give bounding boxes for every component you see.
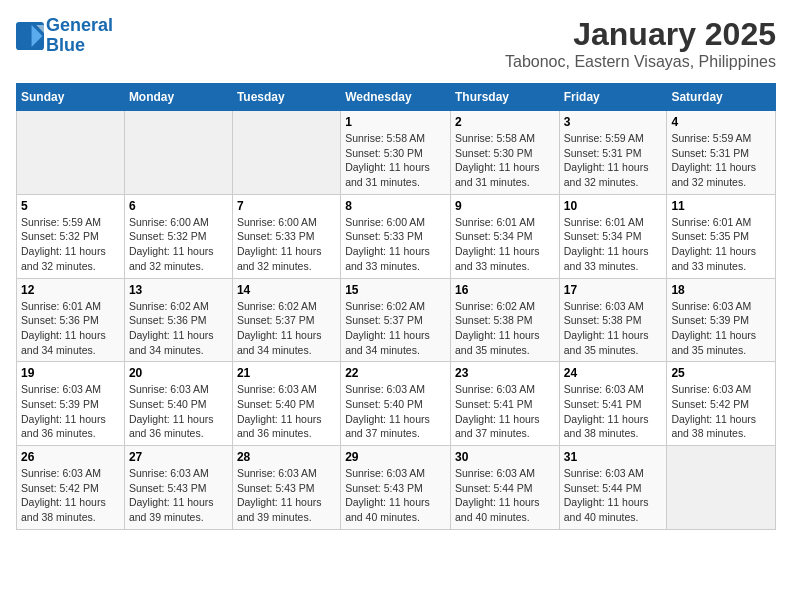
day-info: Sunrise: 6:03 AMSunset: 5:40 PMDaylight:… (237, 382, 336, 441)
day-number: 18 (671, 283, 771, 297)
day-cell: 25Sunrise: 6:03 AMSunset: 5:42 PMDayligh… (667, 362, 776, 446)
day-number: 9 (455, 199, 555, 213)
day-cell: 15Sunrise: 6:02 AMSunset: 5:37 PMDayligh… (341, 278, 451, 362)
day-number: 21 (237, 366, 336, 380)
week-row-1: 1Sunrise: 5:58 AMSunset: 5:30 PMDaylight… (17, 111, 776, 195)
day-cell: 21Sunrise: 6:03 AMSunset: 5:40 PMDayligh… (232, 362, 340, 446)
day-info: Sunrise: 6:03 AMSunset: 5:41 PMDaylight:… (455, 382, 555, 441)
day-number: 3 (564, 115, 663, 129)
day-cell: 28Sunrise: 6:03 AMSunset: 5:43 PMDayligh… (232, 446, 340, 530)
day-cell: 7Sunrise: 6:00 AMSunset: 5:33 PMDaylight… (232, 194, 340, 278)
day-info: Sunrise: 6:03 AMSunset: 5:39 PMDaylight:… (21, 382, 120, 441)
page-title: January 2025 (505, 16, 776, 53)
day-cell: 14Sunrise: 6:02 AMSunset: 5:37 PMDayligh… (232, 278, 340, 362)
day-cell: 5Sunrise: 5:59 AMSunset: 5:32 PMDaylight… (17, 194, 125, 278)
day-cell (17, 111, 125, 195)
day-info: Sunrise: 6:03 AMSunset: 5:40 PMDaylight:… (345, 382, 446, 441)
day-info: Sunrise: 6:00 AMSunset: 5:33 PMDaylight:… (345, 215, 446, 274)
day-info: Sunrise: 6:02 AMSunset: 5:36 PMDaylight:… (129, 299, 228, 358)
day-cell: 18Sunrise: 6:03 AMSunset: 5:39 PMDayligh… (667, 278, 776, 362)
day-info: Sunrise: 5:59 AMSunset: 5:31 PMDaylight:… (671, 131, 771, 190)
day-cell: 26Sunrise: 6:03 AMSunset: 5:42 PMDayligh… (17, 446, 125, 530)
day-cell: 29Sunrise: 6:03 AMSunset: 5:43 PMDayligh… (341, 446, 451, 530)
day-info: Sunrise: 6:02 AMSunset: 5:38 PMDaylight:… (455, 299, 555, 358)
day-cell: 22Sunrise: 6:03 AMSunset: 5:40 PMDayligh… (341, 362, 451, 446)
day-number: 16 (455, 283, 555, 297)
day-cell: 11Sunrise: 6:01 AMSunset: 5:35 PMDayligh… (667, 194, 776, 278)
logo-icon (16, 22, 44, 50)
day-number: 11 (671, 199, 771, 213)
week-row-5: 26Sunrise: 6:03 AMSunset: 5:42 PMDayligh… (17, 446, 776, 530)
day-info: Sunrise: 6:03 AMSunset: 5:43 PMDaylight:… (237, 466, 336, 525)
logo-blue: Blue (46, 35, 85, 55)
day-info: Sunrise: 6:03 AMSunset: 5:44 PMDaylight:… (455, 466, 555, 525)
day-number: 27 (129, 450, 228, 464)
day-info: Sunrise: 5:59 AMSunset: 5:32 PMDaylight:… (21, 215, 120, 274)
day-cell (667, 446, 776, 530)
day-info: Sunrise: 5:58 AMSunset: 5:30 PMDaylight:… (345, 131, 446, 190)
day-number: 8 (345, 199, 446, 213)
day-info: Sunrise: 6:03 AMSunset: 5:39 PMDaylight:… (671, 299, 771, 358)
day-cell: 1Sunrise: 5:58 AMSunset: 5:30 PMDaylight… (341, 111, 451, 195)
day-cell: 10Sunrise: 6:01 AMSunset: 5:34 PMDayligh… (559, 194, 667, 278)
day-cell: 4Sunrise: 5:59 AMSunset: 5:31 PMDaylight… (667, 111, 776, 195)
day-cell: 2Sunrise: 5:58 AMSunset: 5:30 PMDaylight… (450, 111, 559, 195)
day-info: Sunrise: 6:01 AMSunset: 5:34 PMDaylight:… (564, 215, 663, 274)
day-number: 29 (345, 450, 446, 464)
day-info: Sunrise: 6:03 AMSunset: 5:44 PMDaylight:… (564, 466, 663, 525)
day-number: 12 (21, 283, 120, 297)
day-cell: 13Sunrise: 6:02 AMSunset: 5:36 PMDayligh… (124, 278, 232, 362)
day-cell (232, 111, 340, 195)
page-subtitle: Tabonoc, Eastern Visayas, Philippines (505, 53, 776, 71)
header-cell-wednesday: Wednesday (341, 84, 451, 111)
day-number: 22 (345, 366, 446, 380)
day-info: Sunrise: 6:00 AMSunset: 5:32 PMDaylight:… (129, 215, 228, 274)
day-number: 25 (671, 366, 771, 380)
day-cell: 20Sunrise: 6:03 AMSunset: 5:40 PMDayligh… (124, 362, 232, 446)
week-row-2: 5Sunrise: 5:59 AMSunset: 5:32 PMDaylight… (17, 194, 776, 278)
title-block: January 2025 Tabonoc, Eastern Visayas, P… (505, 16, 776, 71)
page-header: General Blue January 2025 Tabonoc, Easte… (16, 16, 776, 71)
header-row: SundayMondayTuesdayWednesdayThursdayFrid… (17, 84, 776, 111)
header-cell-friday: Friday (559, 84, 667, 111)
day-number: 17 (564, 283, 663, 297)
day-number: 1 (345, 115, 446, 129)
day-cell: 16Sunrise: 6:02 AMSunset: 5:38 PMDayligh… (450, 278, 559, 362)
week-row-4: 19Sunrise: 6:03 AMSunset: 5:39 PMDayligh… (17, 362, 776, 446)
calendar-header: SundayMondayTuesdayWednesdayThursdayFrid… (17, 84, 776, 111)
day-number: 19 (21, 366, 120, 380)
day-cell: 3Sunrise: 5:59 AMSunset: 5:31 PMDaylight… (559, 111, 667, 195)
day-info: Sunrise: 6:01 AMSunset: 5:35 PMDaylight:… (671, 215, 771, 274)
day-number: 14 (237, 283, 336, 297)
day-cell: 23Sunrise: 6:03 AMSunset: 5:41 PMDayligh… (450, 362, 559, 446)
day-cell (124, 111, 232, 195)
week-row-3: 12Sunrise: 6:01 AMSunset: 5:36 PMDayligh… (17, 278, 776, 362)
day-info: Sunrise: 6:03 AMSunset: 5:42 PMDaylight:… (671, 382, 771, 441)
day-info: Sunrise: 5:58 AMSunset: 5:30 PMDaylight:… (455, 131, 555, 190)
day-cell: 31Sunrise: 6:03 AMSunset: 5:44 PMDayligh… (559, 446, 667, 530)
logo-text: General Blue (46, 16, 113, 56)
header-cell-sunday: Sunday (17, 84, 125, 111)
day-info: Sunrise: 6:03 AMSunset: 5:38 PMDaylight:… (564, 299, 663, 358)
day-cell: 30Sunrise: 6:03 AMSunset: 5:44 PMDayligh… (450, 446, 559, 530)
logo-general: General (46, 15, 113, 35)
day-number: 30 (455, 450, 555, 464)
day-info: Sunrise: 6:01 AMSunset: 5:34 PMDaylight:… (455, 215, 555, 274)
day-number: 5 (21, 199, 120, 213)
day-number: 7 (237, 199, 336, 213)
day-info: Sunrise: 6:02 AMSunset: 5:37 PMDaylight:… (237, 299, 336, 358)
day-info: Sunrise: 6:03 AMSunset: 5:43 PMDaylight:… (345, 466, 446, 525)
day-number: 28 (237, 450, 336, 464)
day-cell: 8Sunrise: 6:00 AMSunset: 5:33 PMDaylight… (341, 194, 451, 278)
day-number: 10 (564, 199, 663, 213)
calendar-body: 1Sunrise: 5:58 AMSunset: 5:30 PMDaylight… (17, 111, 776, 530)
day-cell: 12Sunrise: 6:01 AMSunset: 5:36 PMDayligh… (17, 278, 125, 362)
day-cell: 24Sunrise: 6:03 AMSunset: 5:41 PMDayligh… (559, 362, 667, 446)
day-cell: 9Sunrise: 6:01 AMSunset: 5:34 PMDaylight… (450, 194, 559, 278)
day-info: Sunrise: 6:00 AMSunset: 5:33 PMDaylight:… (237, 215, 336, 274)
logo: General Blue (16, 16, 113, 56)
header-cell-tuesday: Tuesday (232, 84, 340, 111)
day-info: Sunrise: 6:02 AMSunset: 5:37 PMDaylight:… (345, 299, 446, 358)
day-number: 31 (564, 450, 663, 464)
day-number: 26 (21, 450, 120, 464)
